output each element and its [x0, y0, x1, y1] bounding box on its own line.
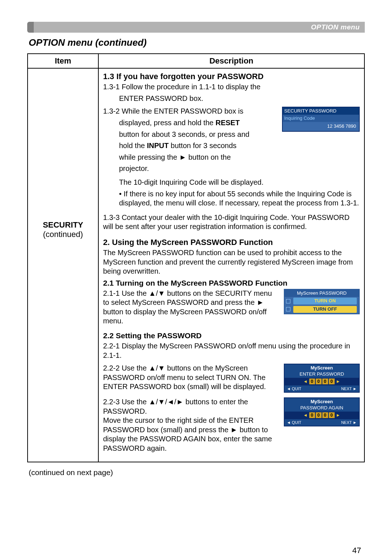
description-cell: 1.3 If you have forgotten your PASSWORD …	[98, 68, 364, 462]
text-2-1-1: 2.1-1 Use the ▲/▼ buttons on the SECURIT…	[103, 289, 279, 326]
text-1-3-2c: button for about 3 seconds, or press and	[103, 130, 278, 139]
page-number: 47	[27, 546, 365, 555]
text-1-3-2h: • If there is no key input for about 55 …	[103, 189, 360, 208]
fig1-subtitle: Inquiring Code	[283, 115, 359, 122]
fig4-line1: MyScreen	[285, 398, 359, 405]
col-header-desc: Description	[98, 54, 364, 68]
fig3-line2: ENTER PASSWORD	[285, 371, 359, 378]
text-1-3-2f: projector.	[103, 164, 278, 173]
text-2-2-2: 2.2-2 Use the ▲/▼ buttons on the MyScree…	[103, 364, 279, 392]
heading-2-2: 2.2 Setting the PASSWORD	[103, 331, 360, 341]
fig2-turn-off: TURN OFF	[293, 306, 357, 313]
fig4-quit: ◄ QUIT	[287, 420, 301, 425]
header-cap	[27, 22, 34, 33]
section-title: OPTION menu (continued)	[29, 37, 365, 48]
text-1-3-1b: ENTER PASSWORD box.	[103, 94, 360, 103]
fig1-code: 12 3456 7890	[283, 122, 359, 131]
option-table: Item Description SECURITY (continued) 1.…	[27, 53, 365, 462]
header-label: OPTION menu	[311, 23, 360, 31]
radio-icon	[286, 299, 290, 303]
fig1-title: SECURITY PASSWORD	[283, 107, 359, 115]
fig3-quit: ◄ QUIT	[287, 386, 301, 391]
heading-1-3: 1.3 If you have forgotten your PASSWORD	[103, 71, 360, 82]
header-body: OPTION menu	[34, 22, 365, 33]
item-label-continued: (continued)	[31, 230, 95, 239]
text-1-3-1a: 1.3-1 Follow the procedure in 1.1-1 to d…	[103, 82, 360, 92]
fig3-line1: MyScreen	[285, 364, 359, 371]
item-cell: SECURITY (continued)	[28, 68, 98, 462]
text-1-3-2d: hold the INPUT button for 3 seconds	[103, 141, 278, 151]
header-bar: OPTION menu	[27, 22, 365, 33]
heading-2: 2. Using the MyScreen PASSWORD Function	[103, 237, 360, 248]
figure-security-password: SECURITY PASSWORD Inquiring Code 12 3456…	[282, 107, 360, 132]
col-header-item: Item	[28, 54, 98, 68]
fig4-digits: ◄0000►	[285, 412, 359, 419]
text-2-2-3: 2.2-3 Use the ▲/▼/◄/► buttons to enter t…	[103, 397, 279, 453]
text-2-intro: The MyScreen PASSWORD function can be us…	[103, 248, 360, 276]
fig4-next: NEXT ►	[341, 420, 357, 425]
continued-next-page: (continued on next page)	[29, 468, 365, 477]
text-1-3-2a: 1.3-2 While the ENTER PASSWORD box is	[103, 107, 278, 116]
fig4-line2: PASSWORD AGAIN	[285, 405, 359, 412]
text-2-2-1: 2.2-1 Display the MyScreen PASSWORD on/o…	[103, 342, 360, 360]
fig3-digits: ◄0000►	[285, 378, 359, 385]
radio-icon	[286, 307, 290, 311]
text-1-3-3: 1.3-3 Contact your dealer with the 10-di…	[103, 213, 360, 232]
fig2-title: MyScreen PASSWORD	[285, 290, 359, 297]
text-1-3-2e: while pressing the ► button on the	[103, 153, 278, 162]
heading-2-1: 2.1 Turning on the MyScreen PASSWORD Fun…	[103, 278, 360, 288]
text-1-3-2g: The 10-digit Inquiring Code will be disp…	[103, 178, 360, 187]
figure-enter-password: MyScreen ENTER PASSWORD ◄0000► ◄ QUIT NE…	[284, 364, 360, 393]
figure-myscreen-onoff: MyScreen PASSWORD TURN ON TURN OFF	[284, 289, 360, 314]
fig3-next: NEXT ►	[341, 386, 357, 391]
text-1-3-2b: displayed, press and hold the RESET	[103, 118, 278, 128]
item-label-security: SECURITY	[31, 220, 95, 230]
fig2-turn-on: TURN ON	[293, 298, 357, 304]
figure-password-again: MyScreen PASSWORD AGAIN ◄0000► ◄ QUIT NE…	[284, 397, 360, 426]
